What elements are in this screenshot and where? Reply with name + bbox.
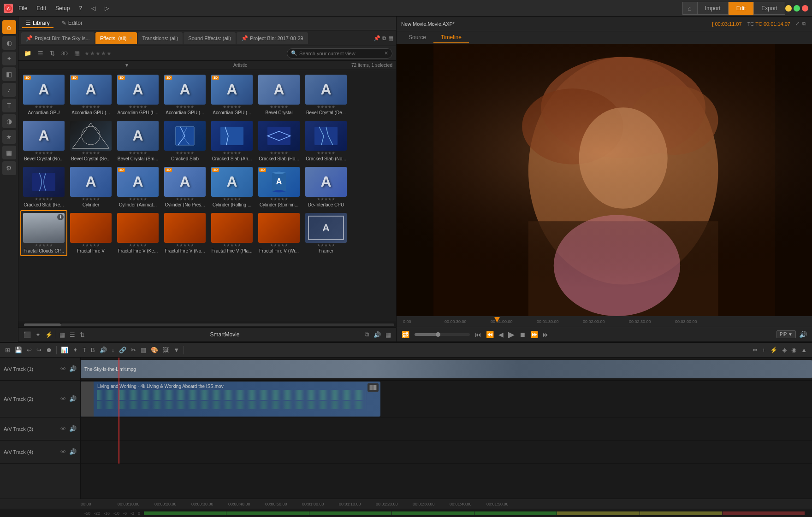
- tab-project-bin-sky[interactable]: 📌 Project Bin: The Sky is...: [21, 32, 95, 44]
- sm-btn-wand[interactable]: ⚡: [44, 330, 54, 339]
- section-arrow[interactable]: ▼: [124, 63, 129, 68]
- effect-item-cracked-re[interactable]: ★★★★★ Cracked Slab (Re...: [20, 164, 67, 210]
- effect-item-fractal-fire-ke[interactable]: ★★★★★ Fractal Fire V (Ke...: [114, 210, 161, 256]
- sidebar-color[interactable]: ◑: [2, 114, 16, 128]
- tab-sound-effects-all[interactable]: Sound Effects: (all): [184, 32, 236, 44]
- tab-transitions-all[interactable]: Transitions: (all): [138, 32, 183, 44]
- 3d-filter-btn[interactable]: 3D: [59, 50, 70, 57]
- tl-undo[interactable]: ↩: [25, 346, 33, 354]
- sidebar-text[interactable]: T: [2, 99, 16, 112]
- skip-start-btn[interactable]: ⏮: [474, 330, 483, 339]
- folder-btn[interactable]: 📁: [22, 49, 33, 58]
- loop-btn[interactable]: 🔁: [400, 330, 411, 339]
- tl-add-track[interactable]: ⊞: [4, 346, 12, 354]
- timeline-content-area[interactable]: The-Sky-is-the-Limit.mpg Living and Work…: [81, 358, 812, 499]
- menu-edit[interactable]: Edit: [33, 4, 50, 12]
- tl-link[interactable]: 🔗: [118, 346, 128, 354]
- sm-right-btn-2[interactable]: 🔊: [372, 330, 382, 339]
- tl-magic[interactable]: ✦: [71, 346, 79, 354]
- effect-item-cracked-slab-an[interactable]: ★★★★★ Cracked Slab (An...: [208, 118, 255, 164]
- tl-image[interactable]: 🖼: [161, 346, 170, 354]
- source-tab[interactable]: Source: [401, 32, 433, 43]
- menu-file[interactable]: File: [15, 4, 31, 12]
- sidebar-transition[interactable]: ◧: [2, 67, 16, 81]
- effect-item-fractal-fire-pla[interactable]: ★★★★★ Fractal Fire V (Pla...: [208, 210, 255, 256]
- export-button[interactable]: Export: [753, 2, 785, 15]
- sidebar-sticker[interactable]: ★: [2, 130, 16, 144]
- hscroll-thumb[interactable]: [24, 323, 61, 326]
- track-eye-3[interactable]: 👁: [60, 425, 66, 432]
- effect-item-cracked-slab[interactable]: ★★★★★ Cracked Slab: [161, 118, 208, 164]
- transport-progress-track[interactable]: [415, 333, 470, 336]
- effects-hscroll[interactable]: [18, 322, 396, 327]
- tab-grid-btn[interactable]: ▦: [388, 35, 393, 41]
- track-audio-1[interactable]: 🔊: [69, 365, 77, 372]
- tl-record[interactable]: ⏺: [45, 346, 53, 354]
- tl-text[interactable]: T: [81, 346, 88, 354]
- track-audio-3[interactable]: 🔊: [69, 425, 77, 432]
- list-view-btn[interactable]: ☰: [36, 49, 45, 58]
- home-button[interactable]: ⌂: [682, 2, 697, 15]
- volume-btn[interactable]: 🔊: [798, 330, 808, 339]
- track-clip-work[interactable]: Living and Working - 4k Living & Working…: [81, 382, 380, 417]
- skip-end-btn[interactable]: ⏭: [541, 330, 551, 339]
- tl-split[interactable]: ⇔: [751, 346, 759, 354]
- effect-item-fractal-fire-no[interactable]: ★★★★★ Fractal Fire V (No...: [161, 210, 208, 256]
- window-close[interactable]: [802, 5, 808, 12]
- sm-view-2[interactable]: ☰: [68, 330, 77, 339]
- effect-item-fractal-clouds[interactable]: ℹ ★★★★★ Fractal Clouds CP...: [20, 210, 67, 256]
- tl-zoom-in[interactable]: +: [761, 346, 767, 354]
- tl-fx2[interactable]: ◈: [781, 346, 788, 354]
- playhead-line[interactable]: [119, 358, 119, 464]
- tab-effects-all[interactable]: Effects: (all) ✕: [95, 32, 137, 44]
- effect-item-accordian-gpu-2[interactable]: 3D A ★★★★★ Accordian GPU (...: [67, 72, 114, 118]
- sidebar-filter[interactable]: ▦: [2, 146, 16, 159]
- effect-item-accordian-gpu-3[interactable]: 3D A ★★★★★ Accordian GPU (L...: [114, 72, 161, 118]
- track-audio-4[interactable]: 🔊: [69, 448, 77, 455]
- track-clip-sky[interactable]: The-Sky-is-the-Limit.mpg: [81, 360, 812, 378]
- tl-marker[interactable]: ▲: [800, 346, 808, 354]
- sort-btn[interactable]: ⇅: [48, 49, 57, 58]
- effect-item-framer[interactable]: A ★★★★★ Framer: [302, 210, 350, 256]
- window-maximize[interactable]: [794, 5, 800, 12]
- tab-project-bin-2017[interactable]: 📌 Project Bin: 2017-08-29: [237, 32, 308, 44]
- import-button[interactable]: Import: [697, 2, 729, 15]
- editor-tab[interactable]: ✎ Editor: [58, 19, 86, 28]
- effect-item-cylinder-anim[interactable]: 3D A ★★★★★ Cylinder (Animat...: [114, 164, 161, 210]
- play-btn[interactable]: ▶: [507, 329, 516, 341]
- tl-grid[interactable]: ▦: [139, 346, 148, 354]
- tab-effects-close[interactable]: ✕: [129, 35, 132, 41]
- effect-item-cylinder-spinning[interactable]: 3D A ★★★★★ Cylinder (Spinnin...: [255, 164, 302, 210]
- tl-save[interactable]: 💾: [13, 346, 24, 354]
- effect-item-fractal-fire-v[interactable]: ★★★★★ Fractal Fire V: [67, 210, 114, 256]
- sidebar-settings[interactable]: ⚙: [2, 161, 16, 175]
- pip-button[interactable]: PiP ▼: [776, 330, 796, 338]
- stop-btn[interactable]: ⏹: [518, 330, 527, 339]
- effect-item-deinterlace[interactable]: A ★★★★★ De-Interlace CPU: [302, 164, 350, 210]
- sm-right-btn-1[interactable]: ⧉: [363, 330, 370, 339]
- track-eye-4[interactable]: 👁: [60, 448, 66, 455]
- search-clear-icon[interactable]: ✕: [384, 50, 388, 56]
- effect-item-bevel-crystal-de[interactable]: A ★★★★★ Bevel Crystal (De...: [302, 72, 350, 118]
- menu-help[interactable]: ?: [75, 4, 86, 12]
- sidebar-audio[interactable]: ♪: [2, 83, 16, 97]
- effect-item-accordian-gpu-1[interactable]: 3D A ★★★★★ Accordian GPU: [20, 72, 67, 118]
- effect-item-accordian-gpu-4[interactable]: 3D A ★★★★★ Accordian GPU (...: [161, 72, 208, 118]
- effect-item-cylinder-nopres[interactable]: 3D A ★★★★★ Cylinder (No Pres...: [161, 164, 208, 210]
- effect-item-bevel-no[interactable]: A ★★★★★ Bevel Crystal (No...: [20, 118, 67, 164]
- next-frame-btn[interactable]: ⏩: [529, 330, 539, 339]
- grid-btn[interactable]: ▦: [72, 49, 82, 58]
- sm-sort[interactable]: ⇅: [78, 330, 86, 339]
- menu-setup[interactable]: Setup: [52, 4, 73, 12]
- sm-btn-2[interactable]: ✦: [34, 330, 42, 339]
- sm-right-btn-3[interactable]: ▦: [384, 330, 392, 339]
- tl-more[interactable]: ▼: [172, 346, 181, 354]
- track-audio-2[interactable]: 🔊: [69, 395, 77, 402]
- menu-back[interactable]: ◁: [88, 4, 99, 12]
- tl-bar-chart[interactable]: 📊: [59, 346, 70, 354]
- tl-fx[interactable]: ⚡: [769, 346, 779, 354]
- effect-item-cylinder-rolling[interactable]: 3D A ★★★★★ Cylinder (Rolling ...: [208, 164, 255, 210]
- effect-item-bevel-crystal-1[interactable]: A ★★★★★ Bevel Crystal: [255, 72, 302, 118]
- tab-pin-btn[interactable]: 📌: [373, 35, 380, 41]
- tl-bold[interactable]: B: [89, 346, 96, 354]
